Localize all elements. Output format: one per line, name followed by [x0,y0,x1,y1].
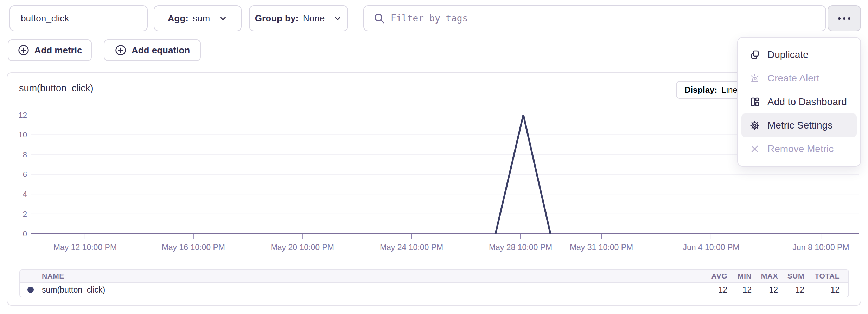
gear-icon [748,119,761,132]
column-avg: AVG [703,272,727,280]
add-equation-label: Add equation [132,45,190,56]
alert-icon [748,72,761,85]
row-avg: 12 [703,285,727,295]
svg-text:0: 0 [23,229,27,238]
column-total: TOTAL [804,272,840,280]
close-icon [748,143,761,155]
metric-name-input[interactable]: button_click [9,5,148,31]
menu-item-add-to-dashboard[interactable]: Add to Dashboard [741,90,857,113]
display-value: Line [721,85,737,95]
svg-text:May 16 10:00 PM: May 16 10:00 PM [162,243,225,252]
svg-text:May 31 10:00 PM: May 31 10:00 PM [570,243,633,252]
row-min: 12 [727,285,752,295]
row-sum: 12 [778,285,804,295]
menu-item-label: Add to Dashboard [767,96,847,107]
menu-item-label: Duplicate [767,49,809,60]
row-series-name: sum(button_click) [20,285,703,295]
menu-item-remove-metric[interactable]: Remove Metric [741,137,857,161]
group-by-label: Group by: [255,13,299,24]
chart-card: sum(button_click) Display: Line 02468101… [7,72,861,306]
metric-name-value: button_click [21,13,69,24]
add-equation-button[interactable]: Add equation [104,39,201,61]
menu-item-label: Remove Metric [767,143,834,155]
column-max: MAX [752,272,778,280]
column-name: NAME [20,272,703,280]
column-sum: SUM [778,272,804,280]
agg-value: sum [193,13,210,24]
chevron-down-icon [333,14,342,23]
chevron-down-icon [218,14,228,23]
svg-text:12: 12 [19,111,27,119]
menu-item-metric-settings[interactable]: Metric Settings [741,113,857,137]
duplicate-icon [748,48,761,61]
row-total: 12 [804,285,840,295]
row-max: 12 [752,285,778,295]
agg-label: Agg: [168,13,189,24]
group-by-dropdown[interactable]: Group by: None [249,5,348,31]
svg-text:May 12 10:00 PM: May 12 10:00 PM [53,243,117,252]
tag-filter-input[interactable]: Filter by tags [363,5,826,31]
plus-circle-icon [115,44,127,56]
search-icon [373,12,385,24]
menu-item-duplicate[interactable]: Duplicate [741,43,857,66]
column-min: MIN [727,272,752,280]
svg-text:6: 6 [23,170,27,179]
table-row[interactable]: sum(button_click) 12 12 12 12 12 [20,283,848,297]
menu-item-create-alert[interactable]: Create Alert [741,66,857,90]
ellipsis-icon [838,17,850,20]
svg-text:8: 8 [23,150,27,159]
series-color-dot [27,287,34,293]
context-menu: Duplicate Create Alert Add to Dashboard … [737,37,861,167]
svg-text:4: 4 [23,190,27,198]
agg-dropdown[interactable]: Agg: sum [154,5,242,31]
line-chart: 024681012May 12 10:00 PMMay 16 10:00 PMM… [11,106,862,254]
svg-text:10: 10 [19,130,27,139]
svg-text:2: 2 [23,210,27,218]
svg-text:May 28 10:00 PM: May 28 10:00 PM [489,243,552,252]
svg-text:Jun 8 10:00 PM: Jun 8 10:00 PM [792,243,849,252]
add-metric-label: Add metric [34,45,82,56]
svg-text:Jun 4 10:00 PM: Jun 4 10:00 PM [683,243,739,252]
group-by-value: None [303,13,325,24]
svg-text:May 20 10:00 PM: May 20 10:00 PM [271,243,334,252]
summary-table: NAME AVG MIN MAX SUM TOTAL sum(button_cl… [19,269,849,297]
svg-text:May 24 10:00 PM: May 24 10:00 PM [380,243,443,252]
menu-item-label: Metric Settings [767,120,832,131]
menu-item-label: Create Alert [767,73,819,84]
metric-explorer: button_click Agg: sum Group by: None Fil… [0,0,868,314]
plus-circle-icon [18,44,30,56]
display-label: Display: [684,85,717,95]
tag-filter-placeholder: Filter by tags [391,13,468,24]
summary-table-header: NAME AVG MIN MAX SUM TOTAL [20,270,848,283]
dashboard-icon [748,96,761,108]
chart-title: sum(button_click) [19,83,94,94]
more-options-button[interactable] [828,5,861,31]
add-metric-button[interactable]: Add metric [8,39,92,61]
